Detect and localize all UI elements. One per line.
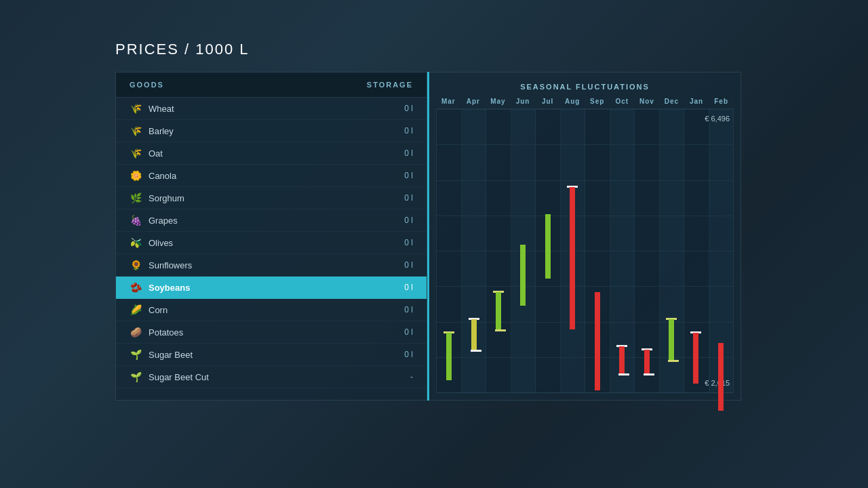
goods-item-soybeans[interactable]: 🫘 Soybeans 0 l	[116, 277, 427, 299]
item-icon-soybeans: 🫘	[130, 281, 142, 293]
item-left: 🫘 Soybeans	[130, 281, 190, 293]
item-left: 🍇 Grapes	[130, 214, 178, 226]
item-storage-wheat: 0 l	[404, 104, 413, 113]
goods-item-sugar-beet[interactable]: 🌱 Sugar Beet 0 l	[116, 344, 427, 366]
month-label-feb: Feb	[709, 98, 734, 105]
item-storage-soybeans: 0 l	[404, 283, 413, 292]
item-icon-oat: 🌾	[130, 147, 142, 159]
item-storage-corn: 0 l	[404, 305, 413, 314]
goods-item-sugar-beet-cut[interactable]: 🌱 Sugar Beet Cut -	[116, 366, 427, 388]
item-left: 🫒 Olives	[130, 237, 173, 249]
item-name-olives: Olives	[149, 238, 173, 248]
goods-col-label: GOODS	[130, 81, 164, 89]
chart-months: MarAprMayJunJulAugSepOctNovDecJanFeb	[436, 98, 734, 105]
item-left: 🌱 Sugar Beet	[130, 348, 193, 361]
item-icon-barley: 🌾	[130, 125, 142, 137]
bar-may	[495, 292, 502, 331]
item-name-sorghum: Sorghum	[149, 193, 184, 203]
item-icon-potatoes: 🥔	[130, 326, 142, 338]
bar-feb	[717, 343, 724, 411]
item-left: 🌱 Sugar Beet Cut	[130, 371, 209, 383]
item-name-grapes: Grapes	[149, 216, 178, 226]
item-icon-corn: 🌽	[130, 304, 142, 316]
month-label-sep: Sep	[585, 98, 610, 105]
item-storage-oat: 0 l	[404, 148, 413, 158]
item-name-wheat: Wheat	[149, 104, 174, 114]
month-label-jul: Jul	[535, 98, 560, 105]
goods-item-barley[interactable]: 🌾 Barley 0 l	[116, 120, 427, 142]
item-left: 🌻 Sunflowers	[130, 259, 192, 271]
item-name-sunflowers: Sunflowers	[149, 260, 192, 270]
bar-sep	[594, 292, 601, 390]
month-label-jan: Jan	[684, 98, 709, 105]
goods-list: 🌾 Wheat 0 l 🌾 Barley 0 l 🌾 Oat 0 l 🌼 Can…	[116, 98, 427, 388]
item-left: 🌽 Corn	[130, 304, 167, 316]
item-storage-sugar-beet-cut: -	[410, 372, 413, 382]
month-label-dec: Dec	[659, 98, 684, 105]
item-name-soybeans: Soybeans	[149, 283, 190, 293]
bar-jun	[519, 245, 526, 306]
goods-item-potatoes[interactable]: 🥔 Potatoes 0 l	[116, 321, 427, 344]
item-icon-sorghum: 🌿	[130, 192, 142, 204]
chart-panel: SEASONAL FLUCTUATIONS MarAprMayJunJulAug…	[429, 72, 741, 401]
goods-panel: GOODS STORAGE 🌾 Wheat 0 l 🌾 Barley 0 l 🌾…	[115, 72, 427, 401]
bar-jul	[545, 214, 551, 279]
bar-apr	[471, 319, 477, 352]
item-icon-sugar-beet: 🌱	[130, 348, 142, 361]
item-left: 🌾 Barley	[130, 125, 174, 137]
goods-item-oat[interactable]: 🌾 Oat 0 l	[116, 142, 427, 165]
goods-item-grapes[interactable]: 🍇 Grapes 0 l	[116, 209, 427, 232]
page-title: PRICES / 1000 L	[115, 41, 868, 58]
item-name-sugar-beet-cut: Sugar Beet Cut	[149, 372, 209, 382]
main-panel: GOODS STORAGE 🌾 Wheat 0 l 🌾 Barley 0 l 🌾…	[115, 72, 766, 401]
bar-dec	[668, 319, 675, 362]
month-label-nov: Nov	[635, 98, 660, 105]
goods-item-sunflowers[interactable]: 🌻 Sunflowers 0 l	[116, 254, 427, 277]
goods-header: GOODS STORAGE	[116, 73, 427, 98]
bar-oct	[618, 346, 625, 375]
item-left: 🥔 Potatoes	[130, 326, 183, 338]
item-name-oat: Oat	[149, 148, 163, 159]
chart-title: SEASONAL FLUCTUATIONS	[436, 83, 734, 91]
storage-col-label: STORAGE	[367, 81, 413, 89]
item-left: 🌾 Oat	[130, 147, 163, 159]
bar-jan	[692, 333, 699, 384]
item-storage-barley: 0 l	[404, 126, 413, 136]
bar-mar	[446, 333, 452, 380]
month-label-may: May	[486, 98, 511, 105]
item-storage-canola: 0 l	[404, 171, 413, 180]
month-label-oct: Oct	[610, 98, 635, 105]
bar-aug	[569, 187, 576, 329]
item-storage-sunflowers: 0 l	[404, 260, 413, 270]
month-label-apr: Apr	[461, 98, 486, 105]
item-icon-wheat: 🌾	[130, 102, 142, 115]
month-label-mar: Mar	[436, 98, 461, 105]
goods-item-sorghum[interactable]: 🌿 Sorghum 0 l	[116, 187, 427, 209]
item-storage-sorghum: 0 l	[404, 193, 413, 203]
item-storage-potatoes: 0 l	[404, 327, 413, 337]
bar-nov	[644, 350, 650, 375]
goods-item-corn[interactable]: 🌽 Corn 0 l	[116, 299, 427, 321]
item-icon-sugar-beet-cut: 🌱	[130, 371, 142, 383]
item-storage-olives: 0 l	[404, 238, 413, 247]
month-label-jun: Jun	[511, 98, 536, 105]
item-icon-grapes: 🍇	[130, 214, 142, 226]
item-icon-olives: 🫒	[130, 237, 142, 249]
goods-item-canola[interactable]: 🌼 Canola 0 l	[116, 165, 427, 187]
item-icon-sunflowers: 🌻	[130, 259, 142, 271]
item-left: 🌿 Sorghum	[130, 192, 184, 204]
chart-bars	[437, 109, 733, 392]
grid-line	[437, 392, 733, 393]
item-left: 🌼 Canola	[130, 169, 176, 182]
item-name-barley: Barley	[149, 126, 174, 136]
chart-area: € 6,496 € 2,615	[436, 108, 734, 393]
item-name-sugar-beet: Sugar Beet	[149, 350, 193, 360]
item-name-canola: Canola	[149, 171, 176, 181]
main-content: PRICES / 1000 L GOODS STORAGE 🌾 Wheat 0 …	[0, 0, 868, 401]
item-storage-sugar-beet: 0 l	[404, 350, 413, 359]
item-icon-canola: 🌼	[130, 169, 142, 182]
month-label-aug: Aug	[560, 98, 585, 105]
goods-item-wheat[interactable]: 🌾 Wheat 0 l	[116, 98, 427, 120]
item-storage-grapes: 0 l	[404, 216, 413, 225]
goods-item-olives[interactable]: 🫒 Olives 0 l	[116, 232, 427, 254]
